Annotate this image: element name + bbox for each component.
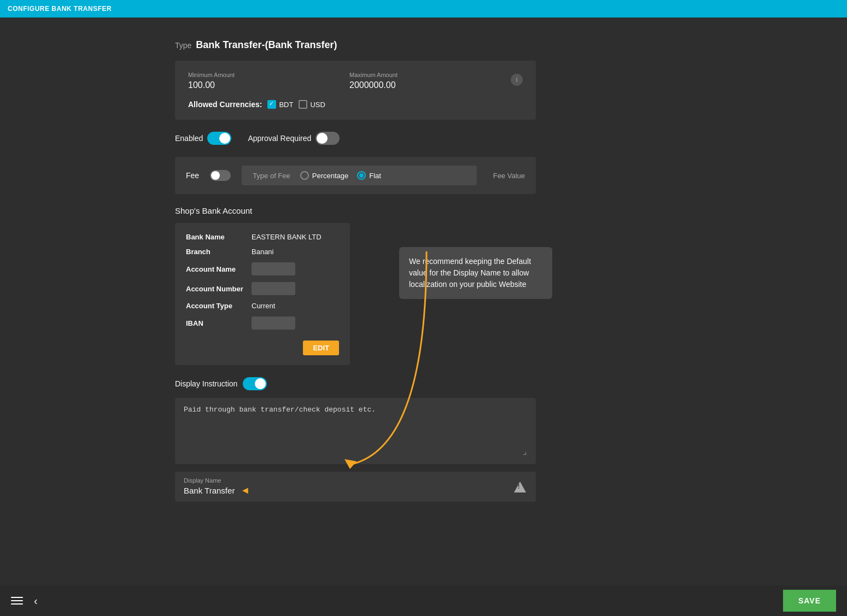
- bank-name-row: Bank Name EASTERN BANK LTD: [186, 233, 339, 241]
- top-bar-title: CONFIGURE BANK TRANSFER: [8, 5, 112, 13]
- fee-label: Fee: [186, 171, 199, 180]
- resize-handle: ⌟: [184, 446, 527, 456]
- config-panel: Minimum Amount 100.00 Maximum Amount 200…: [175, 61, 536, 120]
- instruction-textarea[interactable]: Paid through bank transfer/check deposit…: [184, 406, 527, 444]
- branch-row: Branch Banani: [186, 248, 339, 256]
- fee-value-label: Fee Value: [493, 172, 525, 180]
- type-row: Type Bank Transfer-(Bank Transfer): [175, 39, 847, 51]
- usd-checkbox[interactable]: [299, 100, 307, 109]
- hamburger-icon[interactable]: [11, 597, 23, 605]
- type-value: Bank Transfer-(Bank Transfer): [196, 39, 337, 51]
- percentage-radio[interactable]: Percentage: [300, 171, 349, 180]
- bdt-checkbox-group[interactable]: BDT: [267, 100, 293, 109]
- hamburger-line-3: [11, 603, 23, 605]
- max-amount-label: Maximum Amount: [349, 72, 511, 78]
- bdt-label: BDT: [279, 101, 293, 109]
- account-number-label: Account Number: [186, 285, 252, 293]
- type-label: Type: [175, 41, 191, 50]
- iban-input[interactable]: [252, 316, 295, 330]
- approval-toggle[interactable]: [316, 132, 340, 145]
- display-name-inner: Display Name Bank Transfer ◄: [184, 477, 513, 496]
- display-name-label: Display Name: [184, 477, 513, 484]
- account-type-label: Account Type: [186, 302, 252, 310]
- account-type-row: Account Type Current: [186, 302, 339, 310]
- save-button[interactable]: SAVE: [783, 590, 836, 612]
- currencies-label: Allowed Currencies:: [188, 100, 262, 109]
- display-instruction-label: Display Instruction: [175, 379, 237, 388]
- enabled-toggle[interactable]: [207, 132, 231, 145]
- top-bar: CONFIGURE BANK TRANSFER: [0, 0, 847, 17]
- account-name-label: Account Name: [186, 265, 252, 273]
- approval-toggle-group: Approval Required: [248, 132, 340, 145]
- amount-row: Minimum Amount 100.00 Maximum Amount 200…: [188, 72, 523, 90]
- textarea-panel: Paid through bank transfer/check deposit…: [175, 398, 536, 464]
- currencies-row: Allowed Currencies: BDT USD: [188, 100, 523, 109]
- hamburger-line-2: [11, 600, 23, 601]
- approval-toggle-knob: [317, 133, 328, 144]
- bank-name-label: Bank Name: [186, 233, 252, 241]
- iban-label: IBAN: [186, 319, 252, 327]
- fee-toggle-knob: [211, 171, 220, 180]
- account-number-row: Account Number: [186, 282, 339, 295]
- fee-type-label: Type of Fee: [253, 172, 290, 180]
- min-amount-label: Minimum Amount: [188, 72, 349, 78]
- branch-label: Branch: [186, 248, 252, 256]
- flat-radio-label: Flat: [369, 172, 381, 180]
- account-type-value: Current: [252, 302, 275, 310]
- flat-radio[interactable]: Flat: [357, 171, 381, 180]
- account-name-input[interactable]: [252, 262, 295, 275]
- account-name-row: Account Name: [186, 262, 339, 275]
- edit-button[interactable]: EDIT: [303, 341, 339, 355]
- fee-panel: Fee Type of Fee Percentage Flat Fee Valu…: [175, 157, 536, 194]
- iban-row: IBAN: [186, 316, 339, 330]
- min-amount-group: Minimum Amount 100.00: [188, 72, 349, 90]
- max-amount-group: Maximum Amount 2000000.00: [349, 72, 511, 90]
- bottom-left: ‹: [11, 595, 38, 607]
- info-icon[interactable]: i: [511, 74, 523, 86]
- branch-value: Banani: [252, 248, 273, 256]
- hamburger-line-1: [11, 597, 23, 598]
- bank-name-value: EASTERN BANK LTD: [252, 233, 322, 241]
- enabled-toggle-group: Enabled: [175, 132, 231, 145]
- flat-radio-circle: [357, 171, 366, 180]
- arrow-left-icon: ◄: [241, 485, 250, 496]
- fee-radio-group: Percentage Flat: [300, 171, 381, 180]
- approval-label: Approval Required: [248, 134, 311, 143]
- min-amount-value: 100.00: [188, 80, 349, 90]
- enabled-label: Enabled: [175, 134, 203, 143]
- display-name-value: Bank Transfer ◄: [184, 485, 513, 496]
- bdt-checkbox[interactable]: [267, 100, 276, 109]
- warning-icon: [513, 480, 527, 494]
- percentage-radio-circle: [300, 171, 309, 180]
- fee-type-box: Type of Fee Percentage Flat: [242, 166, 477, 185]
- display-name-panel: Display Name Bank Transfer ◄: [175, 472, 536, 502]
- bank-account-panel: Bank Name EASTERN BANK LTD Branch Banani…: [175, 223, 350, 365]
- display-instruction-row: Display Instruction: [175, 377, 847, 390]
- toggle-row: Enabled Approval Required: [175, 132, 847, 145]
- tooltip-box: We recommend keeping the Default value f…: [399, 247, 552, 299]
- display-instruction-knob: [255, 378, 266, 389]
- back-arrow-icon[interactable]: ‹: [34, 595, 38, 607]
- usd-label: USD: [310, 101, 325, 109]
- account-number-input[interactable]: [252, 282, 295, 295]
- display-instruction-toggle[interactable]: [243, 377, 267, 390]
- usd-checkbox-group[interactable]: USD: [299, 100, 325, 109]
- warning-triangle: [514, 482, 526, 492]
- bottom-bar: ‹ SAVE: [0, 585, 847, 616]
- shop-bank-title: Shop's Bank Account: [175, 206, 847, 215]
- tooltip-text: We recommend keeping the Default value f…: [409, 257, 531, 289]
- max-amount-value: 2000000.00: [349, 80, 511, 90]
- percentage-radio-label: Percentage: [312, 172, 349, 180]
- fee-toggle[interactable]: [210, 170, 231, 181]
- enabled-toggle-knob: [219, 133, 230, 144]
